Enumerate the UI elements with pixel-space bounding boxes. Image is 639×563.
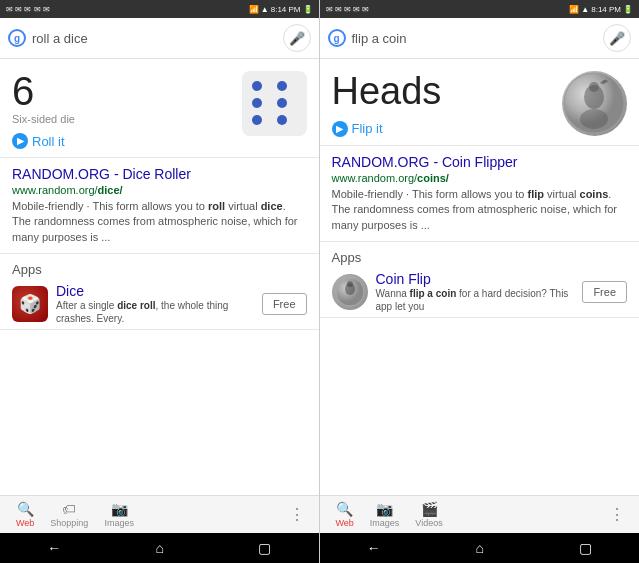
status-icons-1: ✉ ✉ ✉ ✉ ✉ xyxy=(6,5,50,14)
video-icon-2: 🎬 xyxy=(421,501,438,517)
phone-nav-1: ← ⌂ ▢ xyxy=(0,533,319,563)
mic-icon-2: 🎤 xyxy=(609,31,625,46)
dice-result-card: 6 Six-sided die ▶ Roll it xyxy=(0,59,319,158)
nav-images-label-1: Images xyxy=(104,518,134,528)
apps-label-1: Apps xyxy=(12,262,307,277)
wifi-icon-1: ▲ xyxy=(261,5,269,14)
signal-icon-1: 📶 xyxy=(249,5,259,14)
dice-result-main: 6 Six-sided die ▶ Roll it xyxy=(12,71,242,149)
dice-number: 6 xyxy=(12,71,242,111)
dot-4 xyxy=(277,98,287,108)
apps-section-2: Apps xyxy=(320,242,640,318)
app-name-2[interactable]: Coin Flip xyxy=(376,271,575,287)
search-result-2: RANDOM.ORG - Coin Flipper www.random.org… xyxy=(320,146,640,242)
camera-icon-1: 📷 xyxy=(111,501,128,517)
flip-arrow-icon: ▶ xyxy=(332,121,348,137)
dot-6 xyxy=(277,115,287,125)
apps-section-1: Apps 🎲 Dice After a single dice roll, th… xyxy=(0,254,319,330)
svg-point-6 xyxy=(347,281,353,287)
mic-icon-1: 🎤 xyxy=(289,31,305,46)
search-icon-2: 🔍 xyxy=(336,501,353,517)
battery-icon-2: 🔋 xyxy=(623,5,633,14)
bottom-nav-2: 🔍 Web 📷 Images 🎬 Videos ⋮ xyxy=(320,495,640,533)
status-left-1: ✉ ✉ ✉ ✉ ✉ xyxy=(6,5,50,14)
nav-web-label-1: Web xyxy=(16,518,34,528)
screen-coin: ✉ ✉ ✉ ✉ ✉ 📶 ▲ 8:14 PM 🔋 g flip a coin 🎤 … xyxy=(320,0,640,563)
app-item-1: 🎲 Dice After a single dice roll, the who… xyxy=(12,283,307,325)
coin-app-icon xyxy=(332,274,368,310)
status-icons-2: ✉ ✉ ✉ ✉ ✉ xyxy=(326,5,370,14)
content-1: 6 Six-sided die ▶ Roll it xyxy=(0,59,319,495)
nav-images-1[interactable]: 📷 Images xyxy=(96,499,142,530)
mic-button-1[interactable]: 🎤 xyxy=(283,24,311,52)
coin-result-text: Heads xyxy=(332,71,563,113)
google-logo-1: g xyxy=(8,29,26,47)
dice-image xyxy=(242,71,307,136)
app-desc-2: Wanna flip a coin for a hard decision? T… xyxy=(376,287,575,313)
time-2: 8:14 PM xyxy=(591,5,621,14)
mic-button-2[interactable]: 🎤 xyxy=(603,24,631,52)
content-2: Heads ▶ Flip it xyxy=(320,59,640,495)
dot-1 xyxy=(252,81,262,91)
nav-more-1[interactable]: ⋮ xyxy=(283,501,311,528)
dice-label: Six-sided die xyxy=(12,113,242,125)
result-snippet-1: Mobile-friendly · This form allows you t… xyxy=(12,199,307,245)
coin-thumb-svg xyxy=(334,276,366,308)
search-bar-2: g flip a coin 🎤 xyxy=(320,18,640,59)
nav-images-label-2: Images xyxy=(370,518,400,528)
svg-point-2 xyxy=(580,109,608,129)
back-button-1[interactable]: ← xyxy=(31,538,77,558)
app-item-2: Coin Flip Wanna flip a coin for a hard d… xyxy=(332,271,628,313)
app-name-1[interactable]: Dice xyxy=(56,283,254,299)
nav-shopping-1[interactable]: 🏷 Shopping xyxy=(42,499,96,530)
time-1: 8:14 PM xyxy=(271,5,301,14)
nav-videos-label-2: Videos xyxy=(415,518,442,528)
dot-5 xyxy=(252,115,262,125)
roll-text[interactable]: Roll it xyxy=(32,134,65,149)
recent-button-2[interactable]: ▢ xyxy=(563,538,608,558)
back-button-2[interactable]: ← xyxy=(351,538,397,558)
result-url-1: www.random.org/dice/ xyxy=(12,184,307,196)
roll-button[interactable]: ▶ Roll it xyxy=(12,133,242,149)
flip-text[interactable]: Flip it xyxy=(352,121,383,136)
free-button-2[interactable]: Free xyxy=(582,281,627,303)
recent-button-1[interactable]: ▢ xyxy=(242,538,287,558)
coin-image xyxy=(562,71,627,136)
result-url-2: www.random.org/coins/ xyxy=(332,172,628,184)
nav-images-2[interactable]: 📷 Images xyxy=(362,499,408,530)
status-right-1: 📶 ▲ 8:14 PM 🔋 xyxy=(249,5,313,14)
search-icon-1: 🔍 xyxy=(17,501,34,517)
nav-web-label-2: Web xyxy=(336,518,354,528)
screen-dice: ✉ ✉ ✉ ✉ ✉ 📶 ▲ 8:14 PM 🔋 g roll a dice 🎤 … xyxy=(0,0,320,563)
google-logo-2: g xyxy=(328,29,346,47)
search-query-1[interactable]: roll a dice xyxy=(32,31,277,46)
result-title-2[interactable]: RANDOM.ORG - Coin Flipper xyxy=(332,154,628,170)
battery-icon-1: 🔋 xyxy=(303,5,313,14)
free-button-1[interactable]: Free xyxy=(262,293,307,315)
camera-icon-2: 📷 xyxy=(376,501,393,517)
result-title-1[interactable]: RANDOM.ORG - Dice Roller xyxy=(12,166,307,182)
search-query-2[interactable]: flip a coin xyxy=(352,31,598,46)
nav-web-2[interactable]: 🔍 Web xyxy=(328,499,362,530)
nav-videos-2[interactable]: 🎬 Videos xyxy=(407,499,450,530)
dot-3 xyxy=(252,98,262,108)
tag-icon-1: 🏷 xyxy=(62,501,76,517)
result-snippet-2: Mobile-friendly · This form allows you t… xyxy=(332,187,628,233)
search-bar-1: g roll a dice 🎤 xyxy=(0,18,319,59)
roll-arrow-icon: ▶ xyxy=(12,133,28,149)
nav-web-1[interactable]: 🔍 Web xyxy=(8,499,42,530)
nav-more-2[interactable]: ⋮ xyxy=(603,501,631,528)
flip-button[interactable]: ▶ Flip it xyxy=(332,121,563,137)
home-button-2[interactable]: ⌂ xyxy=(460,538,500,558)
svg-point-3 xyxy=(589,82,599,92)
search-result-1: RANDOM.ORG - Dice Roller www.random.org/… xyxy=(0,158,319,254)
phone-nav-2: ← ⌂ ▢ xyxy=(320,533,640,563)
bottom-nav-1: 🔍 Web 🏷 Shopping 📷 Images ⋮ xyxy=(0,495,319,533)
status-left-2: ✉ ✉ ✉ ✉ ✉ xyxy=(326,5,370,14)
home-button-1[interactable]: ⌂ xyxy=(140,538,180,558)
status-bar-1: ✉ ✉ ✉ ✉ ✉ 📶 ▲ 8:14 PM 🔋 xyxy=(0,0,319,18)
apps-label-2: Apps xyxy=(332,250,628,265)
app-info-2: Coin Flip Wanna flip a coin for a hard d… xyxy=(376,271,575,313)
coin-result-card: Heads ▶ Flip it xyxy=(320,59,640,146)
wifi-icon-2: ▲ xyxy=(581,5,589,14)
